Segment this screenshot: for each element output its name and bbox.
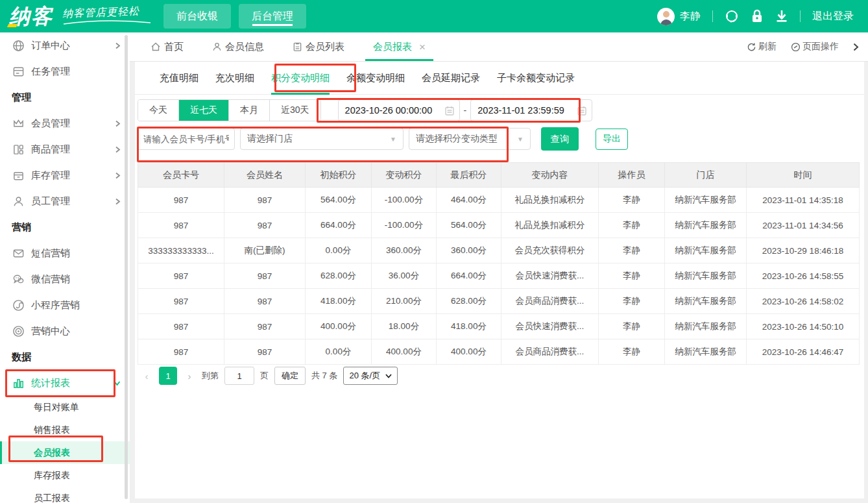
table-cell: 987 (138, 264, 224, 289)
table-row: 987987564.00分-100.00分464.00分礼品兑换扣减积分李静纳新… (138, 188, 860, 213)
tab-member-report[interactable]: 会员报表 × (373, 32, 426, 61)
sidebar-item-order-center[interactable]: 订单中心 (0, 32, 130, 58)
points-change-type-select[interactable]: 请选择积分变动类型 ▼ (409, 128, 531, 150)
customer-service-headset-icon[interactable] (725, 9, 739, 23)
topbar-right: 李静 退出登录 (657, 8, 868, 25)
prev-page-button[interactable]: ‹ (140, 371, 153, 382)
tab-home[interactable]: 首页 (151, 32, 184, 61)
lock-icon[interactable] (751, 9, 764, 23)
clipboard-icon (293, 42, 302, 52)
range-last30days-button[interactable]: 近30天 (269, 100, 320, 121)
quick-range-group: 今天 近七天 本月 近30天 (138, 99, 321, 121)
date-filter-row: 今天 近七天 本月 近30天 - (138, 99, 592, 121)
sidebar-subitem-inventory-report[interactable]: 库存报表 (0, 464, 130, 487)
col-member-name: 会员姓名 (224, 163, 306, 188)
tagline-text: 纳客管店更轻松 (62, 5, 152, 21)
sidebar-item-inventory-management[interactable]: 库存管理 (0, 162, 130, 188)
table-cell: 628.00分 (306, 264, 372, 289)
sidebar-item-label: 小程序营销 (31, 299, 80, 312)
date-separator: - (464, 105, 467, 116)
sidebar-item-statistics-reports[interactable]: 统计报表 (0, 370, 130, 396)
sidebar-item-sms-marketing[interactable]: 短信营销 (0, 240, 130, 266)
sidebar-item-member-management[interactable]: 会员管理 (0, 110, 130, 136)
tabstrip-actions: 刷新 页面操作 (747, 41, 868, 53)
tab-subcard-balance-records[interactable]: 子卡余额变动记录 (497, 62, 575, 94)
next-page-button[interactable]: › (183, 371, 196, 382)
sidebar-item-miniprogram-marketing[interactable]: 小程序营销 (0, 292, 130, 318)
logout-button[interactable]: 退出登录 (812, 10, 854, 23)
sidebar: 订单中心 任务管理 管理 会员管理 商品管理 库存管理 员工管理 营销 (0, 32, 130, 503)
range-today-button[interactable]: 今天 (138, 100, 178, 121)
sidebar-item-label: 统计报表 (31, 377, 70, 389)
open-tabs: 首页 会员信息 会员列表 会员报表 × (130, 32, 426, 61)
globe-icon (12, 39, 25, 52)
total-count-label: 共 7 条 (311, 370, 337, 382)
tab-member-info[interactable]: 会员信息 (212, 32, 264, 61)
table-row: 987987418.00分210.00分628.00分会员商品消费获...李静纳… (138, 289, 860, 314)
export-button[interactable]: 导出 (596, 129, 628, 150)
range-last7days-button[interactable]: 近七天 (178, 100, 228, 121)
tab-member-extension-records[interactable]: 会员延期记录 (422, 62, 480, 94)
sidebar-item-label: 订单中心 (31, 40, 70, 52)
front-desk-cashier-button[interactable]: 前台收银 (163, 4, 231, 29)
table-cell: 987 (138, 289, 224, 314)
sidebar-item-wechat-marketing[interactable]: 微信营销 (0, 266, 130, 292)
close-icon[interactable]: × (419, 42, 426, 53)
col-store: 门店 (665, 163, 747, 188)
tab-member-list[interactable]: 会员列表 (293, 32, 344, 61)
logo-accent-mark (7, 24, 18, 27)
sidebar-subitem-member-report[interactable]: 会员报表 (0, 441, 130, 464)
brand-tagline: 纳客管店更轻松 (62, 6, 152, 29)
table-cell: 2023-11-01 14:34:56 (747, 213, 860, 238)
back-office-admin-button[interactable]: 后台管理 (239, 4, 306, 29)
tab-recharge-detail[interactable]: 充值明细 (160, 62, 199, 94)
tab-points-change-detail[interactable]: 积分变动明细 (271, 62, 330, 94)
confirm-goto-button[interactable]: 确定 (274, 367, 306, 385)
table-cell: 李静 (599, 289, 665, 314)
crown-icon (12, 117, 25, 130)
page-size-select[interactable]: 20 条/页 (343, 367, 398, 385)
table-cell: 李静 (599, 238, 665, 264)
page-operations-button[interactable]: 页面操作 (791, 41, 839, 53)
download-icon[interactable] (775, 9, 788, 23)
app-root: 纳客 纳客管店更轻松 前台收银 后台管理 李静 (0, 0, 868, 503)
store-select-placeholder: 请选择门店 (247, 133, 293, 145)
user-info[interactable]: 李静 (657, 8, 701, 25)
range-thismonth-button[interactable]: 本月 (228, 100, 269, 121)
sidebar-item-marketing-center[interactable]: 营销中心 (0, 318, 130, 344)
goto-label: 到第 (202, 370, 219, 382)
sidebar-item-employee-management[interactable]: 员工管理 (0, 188, 130, 214)
table-row: 333333333333...南(已删除)0.00分360.00分360.00分… (138, 238, 860, 264)
sidebar-item-label: 员工管理 (31, 195, 70, 208)
sidebar-item-goods-management[interactable]: 商品管理 (0, 136, 130, 162)
chevron-right-icon (115, 42, 121, 49)
sidebar-item-label: 微信营销 (31, 273, 70, 286)
miniprogram-icon (12, 299, 25, 312)
tab-times-detail[interactable]: 充次明细 (215, 62, 254, 94)
chevron-right-icon[interactable] (853, 43, 859, 51)
current-page-button[interactable]: 1 (159, 367, 177, 385)
table-cell: 纳新汽车服务部 (665, 213, 747, 238)
end-date-value[interactable] (477, 105, 572, 116)
sidebar-item-task-management[interactable]: 任务管理 (0, 58, 130, 84)
col-operator: 操作员 (599, 163, 665, 188)
sidebar-section-marketing: 营销 (0, 214, 130, 240)
end-date-input[interactable] (470, 99, 592, 121)
sidebar-subitem-daily-reconciliation[interactable]: 每日对账单 (0, 396, 130, 419)
sidebar-subitem-sales-report[interactable]: 销售报表 (0, 419, 130, 441)
goto-page-input[interactable] (224, 367, 254, 385)
store-select[interactable]: 请选择门店 ▼ (240, 128, 404, 150)
refresh-button[interactable]: 刷新 (747, 41, 777, 53)
start-date-value[interactable] (345, 105, 440, 116)
table-cell: 400.00分 (306, 314, 372, 339)
col-member-card: 会员卡号 (138, 163, 224, 188)
table-cell: 会员快速消费获... (501, 264, 599, 289)
table-cell: 360.00分 (437, 238, 501, 264)
start-date-input[interactable] (338, 99, 460, 121)
query-button[interactable]: 查询 (541, 127, 579, 151)
sidebar-subitem-employee-report[interactable]: 员工报表 (0, 487, 130, 503)
member-search-input[interactable] (138, 128, 235, 150)
calendar-icon (445, 106, 454, 116)
tab-balance-change-detail[interactable]: 余额变动明细 (346, 62, 405, 94)
sidebar-scrollbar[interactable] (125, 35, 128, 499)
